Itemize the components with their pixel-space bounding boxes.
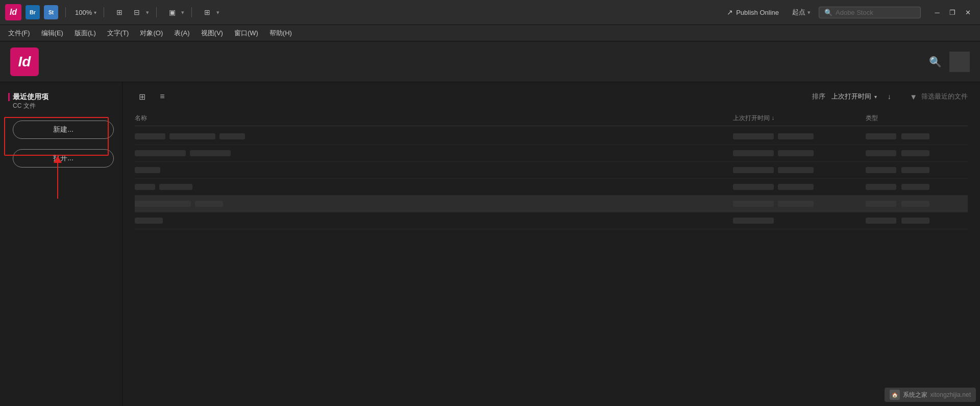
- date-blur-1: [733, 184, 774, 190]
- type-blur-1: [866, 201, 896, 207]
- close-button[interactable]: ✕: [961, 5, 975, 19]
- table-row[interactable]: [135, 128, 968, 145]
- filename-blur-2: [190, 150, 231, 156]
- type-blur-2: [901, 184, 929, 190]
- zoom-value: 100%: [75, 9, 92, 16]
- publish-online-button[interactable]: ↗ Publish Online: [722, 6, 784, 18]
- separator3: [156, 7, 157, 17]
- file-name-col: [135, 184, 733, 190]
- file-date-col: [733, 133, 866, 139]
- file-list-header: 名称 上次打开时间 ↓ 类型: [135, 111, 968, 126]
- workspace-dropdown[interactable]: 起点 ▾: [788, 6, 815, 19]
- sort-order-button[interactable]: ↓: [883, 90, 895, 103]
- indesign-icon: Id: [5, 4, 21, 20]
- toolbar-chevron3: ▾: [216, 9, 219, 16]
- type-blur-1: [866, 167, 896, 173]
- separator: [65, 7, 66, 17]
- date-blur-2: [778, 150, 814, 156]
- toolbar-btn-grid[interactable]: ⊞: [111, 5, 128, 19]
- publish-online-label: Publish Online: [736, 9, 779, 16]
- cc-files-label: CC 文件: [13, 102, 114, 110]
- bridge-icon[interactable]: Br: [26, 5, 40, 19]
- type-blur-2: [901, 201, 929, 207]
- zoom-chevron: ▾: [94, 10, 96, 15]
- date-blur-1: [733, 133, 774, 139]
- zoom-control[interactable]: 100% ▾: [75, 9, 96, 16]
- toolbar-btn-grid2[interactable]: ⊟: [129, 5, 145, 19]
- sidebar: 最近使用项 CC 文件 新建... 打开...: [0, 82, 122, 406]
- type-blur-2: [901, 218, 929, 224]
- file-date-col: [733, 184, 866, 190]
- file-name-col: [135, 218, 733, 224]
- menu-table[interactable]: 表(A): [169, 27, 194, 40]
- toolbar-btn-frame[interactable]: ▣: [164, 5, 180, 19]
- list-view-button[interactable]: ≡: [155, 90, 169, 103]
- separator4: [191, 7, 192, 17]
- title-bar-accent: [8, 93, 10, 101]
- toolbar-btn-layout[interactable]: ⊞: [199, 5, 215, 19]
- file-name-col: [135, 167, 733, 173]
- filename-blur-1: [135, 133, 165, 139]
- filter-icon: ▼: [910, 92, 917, 101]
- date-blur-1: [733, 218, 774, 224]
- separator2: [104, 7, 104, 17]
- table-row[interactable]: [135, 212, 968, 229]
- filename-blur-2: [195, 201, 223, 207]
- sort-dropdown[interactable]: 上次打开时间 ▾: [831, 92, 877, 101]
- header-thumbnail: [949, 52, 970, 72]
- date-blur-1: [733, 150, 774, 156]
- file-type-col: [866, 150, 968, 156]
- filter-placeholder: 筛选最近的文件: [921, 92, 968, 101]
- menu-help[interactable]: 帮助(H): [264, 27, 297, 40]
- table-row[interactable]: [135, 162, 968, 179]
- content-toolbar: ⊞ ≡ 排序 上次打开时间 ▾ ↓ ▼ 筛选最近的文件: [135, 90, 968, 103]
- toolbar-group-2: ▣ ▾: [164, 5, 184, 19]
- table-row[interactable]: [135, 145, 968, 162]
- watermark-url: xitongzhijia.net: [930, 391, 971, 398]
- file-type-col: [866, 167, 968, 173]
- date-blur-2: [778, 167, 814, 173]
- content-area: ⊞ ≡ 排序 上次打开时间 ▾ ↓ ▼ 筛选最近的文件 名称 上次打开时间 ↓: [122, 82, 980, 406]
- filename-blur-2: [169, 133, 215, 139]
- type-blur-1: [866, 133, 896, 139]
- menu-window[interactable]: 窗口(W): [229, 27, 263, 40]
- title-bar: Id Br St 100% ▾ ⊞ ⊟ ▾ ▣ ▾ ⊞ ▾ ↗ Publish …: [0, 0, 980, 25]
- column-date-header[interactable]: 上次打开时间 ↓: [733, 114, 866, 123]
- restore-button[interactable]: ❐: [945, 5, 960, 19]
- stock-icon[interactable]: St: [44, 5, 58, 19]
- sidebar-recent-title: 最近使用项 CC 文件: [8, 92, 114, 110]
- menu-text[interactable]: 文字(T): [102, 27, 134, 40]
- open-button[interactable]: 打开...: [13, 149, 114, 168]
- type-blur-2: [901, 133, 929, 139]
- menu-file[interactable]: 文件(F): [3, 27, 35, 40]
- column-type-header: 类型: [866, 114, 968, 123]
- filename-blur-1: [135, 184, 155, 190]
- type-blur-1: [866, 150, 896, 156]
- menu-layout[interactable]: 版面(L): [69, 27, 101, 40]
- filename-blur-1: [135, 201, 191, 207]
- workspace-label: 起点: [792, 8, 805, 17]
- filter-area: ▼ 筛选最近的文件: [910, 92, 968, 101]
- toolbar-chevron2: ▾: [181, 9, 184, 16]
- workspace-chevron: ▾: [807, 9, 811, 16]
- menu-view[interactable]: 视图(V): [196, 27, 228, 40]
- sort-field-label: 上次打开时间: [831, 92, 871, 101]
- adobe-stock-search[interactable]: 🔍 Adobe Stock: [819, 7, 921, 18]
- main-area: 最近使用项 CC 文件 新建... 打开... ⊞ ≡ 排序 上次打开时间 ▾ …: [0, 82, 980, 406]
- menu-object[interactable]: 对象(O): [135, 27, 168, 40]
- table-row[interactable]: [135, 196, 968, 212]
- header-search-button[interactable]: 🔍: [926, 53, 944, 71]
- date-blur-2: [778, 201, 814, 207]
- filename-blur-1: [135, 150, 186, 156]
- new-button[interactable]: 新建...: [13, 121, 114, 139]
- app-logo: Id: [10, 47, 39, 76]
- table-row[interactable]: [135, 179, 968, 196]
- menu-edit[interactable]: 编辑(E): [36, 27, 68, 40]
- grid-view-button[interactable]: ⊞: [135, 90, 149, 103]
- app-header: Id 🔍: [0, 41, 980, 82]
- menu-bar: 文件(F) 编辑(E) 版面(L) 文字(T) 对象(O) 表(A) 视图(V)…: [0, 25, 980, 41]
- sort-chevron: ▾: [874, 94, 877, 100]
- minimize-button[interactable]: ─: [930, 5, 944, 19]
- filename-blur-1: [135, 218, 163, 224]
- file-date-col: [733, 218, 866, 224]
